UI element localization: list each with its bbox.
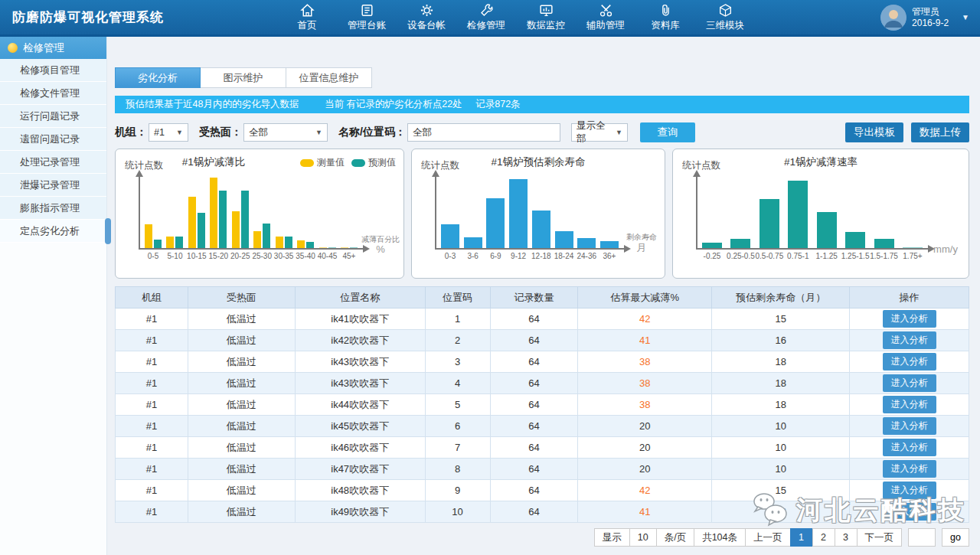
table-row: #1低温过ik42吹吹器下2644116进入分析 [116, 330, 969, 351]
enter-analysis-button[interactable]: 进入分析 [883, 396, 936, 413]
bar-group-35-40: 35-40 [297, 180, 314, 248]
bar-category-label: 1.75+ [903, 252, 922, 260]
enter-analysis-button[interactable]: 进入分析 [883, 482, 936, 499]
y-axis-arrow-icon [432, 170, 439, 177]
cell: 64 [490, 480, 578, 501]
enter-analysis-button[interactable]: 进入分析 [883, 353, 936, 371]
cell: 42 [578, 480, 712, 501]
nav-item-检修管理[interactable]: 检修管理 [466, 2, 506, 32]
notice-text-2: 当前 有记录的炉劣化分析点22处 [325, 99, 462, 109]
unit-select[interactable]: #1 ▼ [149, 123, 188, 142]
prev-page-button[interactable]: 上一页 [745, 528, 791, 547]
notice-bar: 预估结果基于近48月内的的劣化导入数据 当前 有记录的炉劣化分析点22处 记录8… [115, 96, 969, 113]
y-axis-arrow-icon [693, 170, 701, 177]
bar-category-label: 0.75-1 [787, 252, 808, 260]
sidebar-item-定点劣化分析[interactable]: 定点劣化分析 [0, 220, 106, 243]
enter-analysis-button[interactable]: 进入分析 [883, 417, 936, 435]
bar-测量值-15-20 [210, 178, 217, 248]
pagination: 显示10条/页共104条上一页123下一页go [115, 528, 969, 547]
bar-统计点数--0.25 [702, 243, 722, 248]
sidebar-item-遗留问题记录[interactable]: 遗留问题记录 [0, 128, 106, 151]
page-button-3[interactable]: 3 [835, 528, 858, 547]
export-template-button[interactable]: 导出模板 [845, 122, 903, 142]
nav-item-设备台帐[interactable]: 设备台帐 [407, 2, 446, 32]
display-select[interactable]: 显示全部 ▼ [571, 123, 628, 142]
cell: 38 [578, 394, 712, 416]
bar-统计点数-0.5-0.75 [760, 199, 779, 248]
filter-row: 机组： #1 ▼ 受热面： 全部 ▼ 名称/位置码： 显示全部 ▼ 查询 [115, 122, 969, 142]
user-menu[interactable]: 管理员 2016-9-2 ▼ [880, 5, 969, 31]
bar-统计点数-1.75+ [903, 247, 923, 249]
bar-测量值-0-5 [145, 224, 152, 248]
enter-analysis-button[interactable]: 进入分析 [883, 331, 936, 349]
action-cell: 进入分析 [850, 394, 969, 416]
bar-测量值-30-35 [276, 237, 283, 248]
enter-analysis-button[interactable]: 进入分析 [883, 439, 936, 456]
sidebar-item-运行问题记录[interactable]: 运行问题记录 [0, 105, 106, 128]
next-page-button[interactable]: 下一页 [857, 528, 903, 547]
page-go-button[interactable]: go [942, 528, 969, 547]
bar-category-label: 40-45 [318, 252, 338, 260]
action-cell: 进入分析 [850, 416, 969, 437]
cell: ik47吹吹器下 [295, 459, 425, 480]
cell: 42 [578, 309, 712, 330]
page-size-value[interactable]: 10 [629, 528, 657, 547]
notice-text-1: 预估结果基于近48月内的的劣化导入数据 [126, 99, 299, 109]
column-header-位置码: 位置码 [425, 287, 490, 309]
bar-统计点数-1.25-1.5 [845, 232, 865, 248]
data-upload-button[interactable]: 数据上传 [911, 122, 969, 142]
cell: 4 [425, 373, 490, 394]
bar-category-label: 0.25-0.5 [727, 252, 755, 260]
bar-统计点数-9-12 [509, 179, 528, 248]
tab-劣化分析[interactable]: 劣化分析 [115, 67, 201, 88]
query-button[interactable]: 查询 [640, 122, 695, 142]
sidebar-item-泄爆记录管理[interactable]: 泄爆记录管理 [0, 174, 106, 197]
cell: 64 [490, 309, 578, 330]
tab-位置信息维护[interactable]: 位置信息维护 [286, 67, 372, 88]
cell: #1 [116, 459, 188, 480]
page-button-1[interactable]: 1 [790, 528, 813, 547]
bar-category-label: 0.5-0.75 [755, 252, 783, 260]
chevron-down-icon[interactable]: ▼ [962, 13, 969, 21]
table-header-row: 机组受热面位置名称位置码记录数量估算最大减薄%预估剩余寿命（月）操作 [116, 287, 969, 309]
sidebar-item-膨胀指示管理[interactable]: 膨胀指示管理 [0, 197, 106, 220]
nav-item-三维模块[interactable]: 三维模块 [705, 2, 745, 32]
bar-测量值-25-30 [253, 231, 261, 248]
enter-analysis-button[interactable]: 进入分析 [883, 460, 936, 478]
enter-analysis-button[interactable]: 进入分析 [883, 310, 936, 328]
nav-item-管理台账[interactable]: 管理台账 [347, 2, 387, 32]
enter-analysis-button[interactable]: 进入分析 [883, 503, 936, 521]
tab-图示维护[interactable]: 图示维护 [201, 67, 286, 88]
cell: ik41吹吹器下 [295, 309, 425, 330]
sidebar-header-repair-management[interactable]: 检修管理 [0, 37, 106, 59]
y-axis-label: 统计点数 [682, 159, 720, 172]
surface-select[interactable]: 全部 ▼ [243, 123, 328, 142]
x-axis [139, 248, 364, 250]
wrench-icon [479, 2, 495, 18]
cell: 41 [578, 330, 712, 351]
nav-item-资料库[interactable]: 资料库 [645, 2, 685, 32]
bar-预测值-25-30 [263, 224, 270, 248]
cell: 3 [425, 351, 490, 373]
nav-item-辅助管理[interactable]: 辅助管理 [586, 2, 626, 32]
action-cell: 进入分析 [850, 330, 969, 351]
page-jump-input[interactable] [908, 528, 936, 547]
sidebar-item-处理记录管理[interactable]: 处理记录管理 [0, 151, 106, 174]
name-code-input[interactable] [407, 123, 560, 142]
bars-area: 0-33-66-99-1212-1818-2424-3636+ [441, 180, 619, 248]
bar-group-20-25: 20-25 [232, 180, 249, 248]
x-axis-label: mm/y [924, 243, 967, 255]
sidebar-item-检修文件管理[interactable]: 检修文件管理 [0, 82, 106, 105]
bar-统计点数-12-18 [532, 211, 550, 248]
cell: #1 [116, 351, 188, 373]
sidebar-item-检修项目管理[interactable]: 检修项目管理 [0, 59, 106, 82]
page-button-2[interactable]: 2 [812, 528, 835, 547]
bar-group-1.75+: 1.75+ [903, 180, 923, 248]
nav-item-首页[interactable]: 首页 [287, 2, 327, 32]
surface-label: 受热面： [199, 126, 242, 139]
bar-统计点数-36+ [600, 241, 619, 248]
enter-analysis-button[interactable]: 进入分析 [883, 374, 936, 392]
nav-item-数据监控[interactable]: 数据监控 [526, 2, 566, 32]
unit-label: 机组： [115, 126, 147, 139]
cell: 41 [578, 501, 712, 523]
